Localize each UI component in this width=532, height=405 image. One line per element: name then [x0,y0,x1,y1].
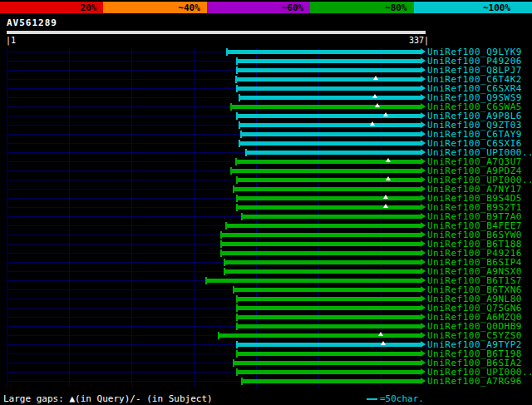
alignment-bar[interactable] [236,86,421,91]
alignment-bar[interactable] [235,77,421,81]
query-gap-triangle [378,332,383,336]
alignment-bar[interactable] [239,141,421,146]
alignment-bar[interactable] [218,333,421,338]
bar-arrowhead [421,286,426,293]
bar-start-tick [224,268,225,275]
alignment-bar[interactable] [233,288,421,292]
bar-start-tick [236,112,238,120]
alignment-bar[interactable] [220,242,421,246]
bar-arrowhead [421,341,426,348]
bar-arrowhead [421,57,426,64]
alignment-plot: UniRef100_Q9LYK9UniRef100_P49206UniRef10… [0,47,532,387]
alignment-bar[interactable] [205,279,421,283]
scale-segment-label: 20% [81,2,97,13]
alignment-bar[interactable] [236,352,421,356]
bar-start-tick [230,103,232,111]
bar-arrowhead [421,359,426,366]
alignment-bar[interactable] [236,114,421,118]
alignment-bar[interactable] [236,343,421,347]
alignment-bar[interactable] [236,315,421,319]
bar-arrowhead [421,176,426,183]
bar-arrowhead [421,185,426,192]
bar-arrowhead [421,231,426,238]
bar-start-tick [241,378,243,385]
bar-start-tick [236,67,238,74]
alignment-bar[interactable] [233,187,421,191]
alignment-bar[interactable] [240,132,421,136]
bar-arrowhead [421,94,426,101]
alignment-bar[interactable] [236,205,421,210]
alignment-bar[interactable] [236,59,421,63]
bar-arrowhead [421,67,426,73]
bar-arrowhead [421,222,426,229]
bar-start-tick [230,167,232,175]
bar-start-tick [236,204,238,211]
bar-arrowhead [421,195,426,201]
alignment-bar[interactable] [236,324,421,328]
bar-start-tick [220,240,222,248]
bar-start-tick [220,231,222,239]
bar-arrowhead [421,249,426,256]
bar-arrowhead [421,378,426,384]
alignment-bar[interactable] [224,260,421,264]
bar-arrowhead [421,85,426,91]
bar-arrowhead [421,131,426,137]
query-gap-triangle [372,94,377,98]
bar-start-tick [239,140,240,147]
scale-segment: ~100% [414,2,532,13]
alignment-bar[interactable] [230,105,421,109]
bar-start-tick [239,121,240,129]
alignment-bar[interactable] [236,178,421,182]
alignment-bar[interactable] [233,361,421,365]
alignment-bar[interactable] [220,251,421,255]
alignment-bar[interactable] [236,196,421,200]
alignment-bar[interactable] [236,306,421,310]
gaps-legend: Large gaps: ▲(in Query)/- (in Subject) [3,393,213,404]
scale-legend-line [367,398,377,400]
query-gap-triangle [383,204,388,208]
bar-arrowhead [421,158,426,165]
bar-start-tick [235,76,237,83]
bar-arrowhead [421,204,426,210]
query-gap-triangle [383,195,388,199]
bar-arrowhead [421,213,426,220]
bar-start-tick [236,368,238,376]
alignment-bar[interactable] [224,269,421,274]
bar-arrowhead [421,350,426,357]
scale-segment: ~80% [310,2,413,13]
query-bar [7,31,426,34]
alignment-bar[interactable] [236,68,421,72]
query-gap-triangle [381,341,386,345]
bar-arrowhead [421,149,426,156]
alignment-bar[interactable] [239,96,421,100]
alignment-bar[interactable] [241,379,421,383]
scale-segment: ~60% [207,2,310,13]
scale-segment: 20% [0,2,103,13]
alignment-bar[interactable] [236,297,421,301]
bar-arrowhead [421,277,426,284]
alignment-bar[interactable] [235,160,421,164]
scale-segment: ~40% [103,2,206,13]
bar-arrowhead [421,332,426,338]
alignment-bar[interactable] [226,50,421,54]
alignment-bar[interactable] [220,233,421,237]
bar-arrowhead [421,48,426,55]
alignment-bar[interactable] [230,169,421,173]
bar-start-tick [236,85,238,92]
alignment-bar[interactable] [225,224,421,228]
alignment-bar[interactable] [239,123,421,127]
bar-start-tick [236,341,238,348]
scale-segment-label: ~40% [178,2,200,13]
bar-arrowhead [421,121,426,128]
bar-start-tick [241,213,243,220]
bar-arrowhead [421,259,426,265]
bar-start-tick [220,249,222,257]
query-gap-triangle [386,176,391,180]
alignment-bar[interactable] [241,215,421,219]
bar-start-tick [236,295,238,303]
alignment-bar[interactable] [236,370,421,374]
hit-label[interactable]: UniRef100_A7RG96 [427,377,522,386]
alignment-bar[interactable] [245,151,421,155]
bar-start-tick [218,332,219,339]
identity-scale-bar: 20%~40%~60%~80%~100% [0,2,532,13]
